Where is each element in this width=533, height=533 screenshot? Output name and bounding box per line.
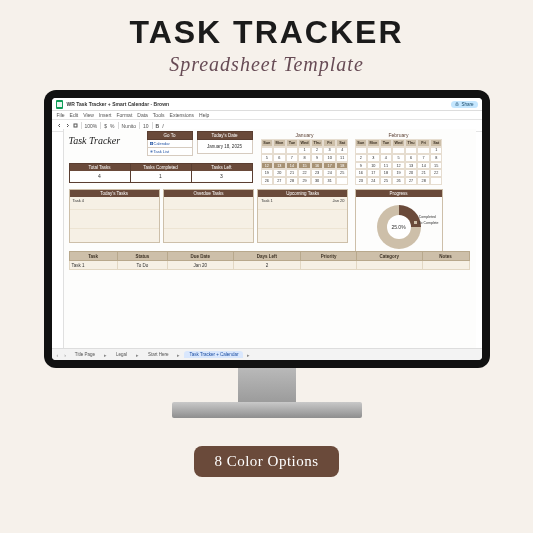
menu-edit[interactable]: Edit: [70, 112, 79, 118]
menu-insert[interactable]: Insert: [99, 112, 112, 118]
menu-view[interactable]: View: [83, 112, 94, 118]
sheet-tabs: ‹›Title Page▸Legal▸Start Here▸Task Track…: [52, 348, 482, 360]
tab-next-icon[interactable]: ›: [62, 352, 68, 358]
redo-icon[interactable]: [65, 123, 70, 128]
chart-legend: Completed To Complete: [414, 215, 439, 226]
lists-panel: Today's TasksTask 4Overdue TasksUpcoming…: [69, 189, 349, 243]
progress-header: Progress: [356, 190, 442, 197]
menu-format[interactable]: Format: [116, 112, 132, 118]
goto-panel: Go To Calendar Task List: [147, 131, 193, 156]
zoom-select[interactable]: 100%: [85, 123, 98, 129]
spreadsheet-app: WR Task Tracker + Smart Calendar - Brown…: [52, 98, 482, 360]
svg-rect-0: [74, 124, 77, 127]
goto-calendar-link[interactable]: Calendar: [147, 140, 193, 148]
page-title: Task Tracker: [69, 135, 121, 146]
today-panel: Today's Date January 18, 2025: [197, 131, 253, 154]
menubar: FileEditViewInsertFormatDataToolsExtensi…: [52, 111, 482, 120]
stats-panel: Total Tasks4Tasks Completed1Tasks Left3: [69, 163, 253, 183]
hero-subtitle: Spreadsheet Template: [169, 53, 364, 76]
today-value: January 18, 2025: [197, 140, 253, 154]
tab-title-page[interactable]: Title Page: [70, 351, 100, 358]
menu-file[interactable]: File: [57, 112, 65, 118]
document-title[interactable]: WR Task Tracker + Smart Calendar - Brown: [67, 101, 170, 107]
today-header: Today's Date: [197, 131, 253, 140]
monitor: WR Task Tracker + Smart Calendar - Brown…: [44, 90, 490, 430]
legend-to-complete: To Complete: [414, 221, 439, 227]
menu-data[interactable]: Data: [137, 112, 148, 118]
color-options-badge: 8 Color Options: [194, 446, 338, 477]
tab-prev-icon[interactable]: ‹: [55, 352, 61, 358]
task-table: TaskStatusDue DateDays LeftPriorityCateg…: [69, 251, 470, 270]
menu-help[interactable]: Help: [199, 112, 209, 118]
titlebar: WR Task Tracker + Smart Calendar - Brown…: [52, 98, 482, 111]
tab-legal[interactable]: Legal: [111, 351, 132, 358]
print-icon[interactable]: [73, 123, 78, 128]
legend-completed: Completed: [414, 215, 439, 221]
goto-header: Go To: [147, 131, 193, 140]
font-size[interactable]: 10: [143, 123, 149, 129]
font-select[interactable]: Nunito: [122, 123, 136, 129]
share-button[interactable]: Share: [451, 101, 477, 108]
calendar-icon: [150, 142, 153, 145]
list-icon: [150, 150, 153, 153]
tab-task-tracker-calendar[interactable]: Task Tracker + Calendar: [184, 351, 243, 358]
grid-area: Task Tracker Go To Calendar Task List To…: [63, 129, 476, 349]
sheets-icon: [56, 100, 63, 109]
donut-center-label: 25.0%: [391, 224, 405, 230]
calendar-february: FebruarySunMonTueWedThuFriSat12345678910…: [355, 131, 443, 185]
tab-start-here[interactable]: Start Here: [143, 351, 174, 358]
goto-tasklist-link[interactable]: Task List: [147, 148, 193, 156]
lock-icon: [455, 102, 459, 106]
hero-title: TASK TRACKER: [129, 14, 403, 51]
menu-tools[interactable]: Tools: [153, 112, 165, 118]
menu-extensions[interactable]: Extensions: [170, 112, 194, 118]
calendar-january: JanuarySunMonTueWedThuFriSat123456789101…: [261, 131, 349, 185]
undo-icon[interactable]: [57, 123, 62, 128]
